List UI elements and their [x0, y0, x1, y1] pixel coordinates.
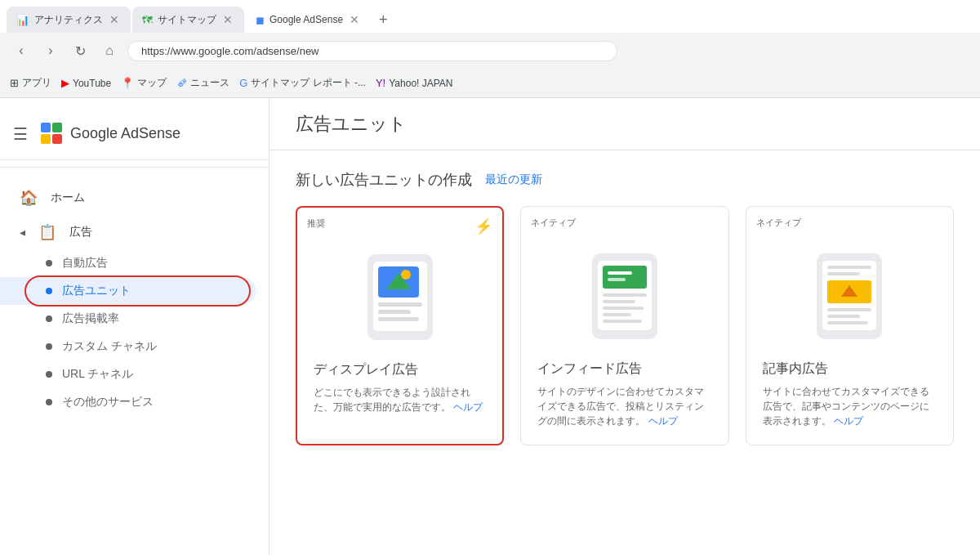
page-title: 広告ユニット — [296, 112, 407, 137]
ad-units-dot — [46, 288, 52, 294]
in-article-help-link[interactable]: ヘルプ — [834, 415, 863, 427]
home-nav-button[interactable]: ⌂ — [98, 39, 121, 62]
app-header: ☰ Google AdSense — [0, 108, 269, 160]
url-channels-dot — [46, 371, 52, 378]
ad-units-label: 広告ユニット — [62, 284, 131, 298]
tab-analytics[interactable]: 📊 アナリティクス ✕ — [7, 7, 131, 33]
in-article-card-name: 記事内広告 — [763, 360, 937, 378]
sidebar-item-auto-ads[interactable]: 自動広告 — [0, 249, 256, 277]
svg-rect-16 — [608, 278, 626, 281]
analytics-tab-close[interactable]: ✕ — [108, 11, 121, 28]
other-services-dot — [46, 399, 52, 405]
infeed-card-desc: サイトのデザインに合わせてカスタマイズできる広告で、投稿とリスティングの間に表示… — [537, 384, 711, 428]
in-article-card-type: ネイティブ — [756, 217, 801, 229]
ad-cards-container: 推奨 ⚡ — [296, 206, 954, 445]
sidebar-item-ad-rate[interactable]: 広告掲載率 — [0, 305, 256, 333]
custom-channels-label: カスタム チャネル — [62, 339, 157, 354]
adsense-logo: Google AdSense — [41, 123, 180, 145]
bookmark-yahoo[interactable]: Y! Yahoo! JAPAN — [376, 77, 453, 89]
bookmark-maps[interactable]: 📍 マップ — [121, 76, 167, 90]
svg-rect-19 — [603, 307, 644, 310]
ad-card-infeed[interactable]: ネイティブ — [520, 206, 728, 445]
sidebar: ☰ Google AdSense 🏠 ホーム ◂ — [0, 98, 270, 555]
news-label: ニュース — [190, 76, 229, 90]
google-icon: G — [239, 77, 247, 89]
apps-label: アプリ — [22, 76, 51, 90]
sitemap-tab-close[interactable]: ✕ — [221, 11, 234, 28]
ad-rate-dot — [46, 316, 52, 322]
yahoo-icon: Y! — [376, 77, 385, 89]
sidebar-item-url-channels[interactable]: URL チャネル — [0, 360, 256, 388]
reload-button[interactable]: ↻ — [69, 39, 91, 62]
sidebar-item-custom-channels[interactable]: カスタム チャネル — [0, 333, 256, 360]
app-container: ☰ Google AdSense 🏠 ホーム ◂ — [0, 98, 980, 555]
apps-icon: ⊞ — [10, 77, 19, 89]
adsense-tab-close[interactable]: ✕ — [348, 11, 361, 28]
auto-ads-label: 自動広告 — [62, 256, 108, 271]
main-content: 新しい広告ユニットの作成 最近の更新 推奨 ⚡ — [270, 150, 980, 465]
section-title: 新しい広告ユニットの作成 — [296, 170, 472, 190]
sidebar-item-home[interactable]: 🏠 ホーム — [0, 181, 256, 215]
news-icon: 🗞 — [176, 77, 187, 89]
ad-card-display[interactable]: 推奨 ⚡ — [296, 206, 504, 445]
svg-rect-24 — [827, 266, 871, 269]
back-button[interactable]: ‹ — [10, 39, 33, 62]
tab-bar: 📊 アナリティクス ✕ 🗺 サイトマップ ✕ ◼ Google AdSense … — [0, 0, 980, 33]
sidebar-section-ads[interactable]: ◂ 📋 広告 — [0, 215, 269, 249]
bookmark-news[interactable]: 🗞 ニュース — [176, 76, 229, 90]
hamburger-menu-icon[interactable]: ☰ — [13, 124, 28, 144]
bookmark-sitemap-report[interactable]: G サイトマップ レポート -... — [239, 76, 366, 90]
sitemap-tab-icon: 🗺 — [142, 14, 153, 26]
in-article-card-image — [763, 249, 937, 347]
browser-chrome: 📊 アナリティクス ✕ 🗺 サイトマップ ✕ ◼ Google AdSense … — [0, 0, 980, 98]
ad-rate-label: 広告掲載率 — [62, 311, 119, 326]
svg-rect-15 — [608, 271, 632, 275]
svg-rect-9 — [378, 302, 422, 307]
bookmark-apps[interactable]: ⊞ アプリ — [10, 76, 51, 90]
new-tab-button[interactable]: + — [372, 8, 394, 32]
auto-ads-dot — [46, 260, 52, 266]
sidebar-item-ad-units[interactable]: 広告ユニット — [0, 277, 256, 305]
tab-sitemap[interactable]: 🗺 サイトマップ ✕ — [132, 7, 244, 33]
svg-rect-10 — [378, 310, 411, 314]
youtube-icon: ▶ — [61, 77, 69, 89]
svg-rect-25 — [827, 272, 860, 275]
svg-rect-0 — [41, 123, 51, 132]
display-help-link[interactable]: ヘルプ — [453, 401, 483, 413]
lightning-icon: ⚡ — [474, 217, 492, 235]
forward-button[interactable]: › — [39, 39, 62, 62]
bookmark-youtube[interactable]: ▶ YouTube — [61, 77, 111, 89]
home-icon: 🏠 — [20, 189, 38, 207]
address-input[interactable] — [127, 41, 617, 61]
ads-sub-items: 自動広告 広告ユニット 広告掲載率 カスタム チャネル URL チャネル — [0, 249, 269, 416]
recent-update-link[interactable]: 最近の更新 — [485, 172, 542, 187]
analytics-tab-icon: 📊 — [16, 14, 29, 26]
adsense-logo-icon — [41, 123, 64, 145]
display-card-badge: 推奨 — [307, 217, 325, 230]
tab-adsense[interactable]: ◼ Google AdSense ✕ — [246, 7, 371, 33]
infeed-card-image — [537, 249, 711, 347]
display-card-name: ディスプレイ広告 — [314, 361, 486, 378]
sidebar-item-other-services[interactable]: その他のサービス — [0, 388, 256, 416]
svg-rect-2 — [41, 134, 51, 144]
display-card-desc: どこにでも表示できるよう設計された、万能で実用的な広告です。 ヘルプ — [314, 385, 486, 414]
svg-rect-1 — [52, 123, 62, 132]
section-title-row: 新しい広告ユニットの作成 最近の更新 — [296, 170, 954, 190]
adsense-tab-label: Google AdSense — [270, 14, 343, 25]
ad-card-in-article[interactable]: ネイティブ — [746, 206, 954, 445]
analytics-tab-label: アナリティクス — [34, 13, 103, 27]
svg-point-8 — [401, 270, 411, 280]
svg-rect-21 — [603, 320, 642, 323]
in-article-ad-illustration — [804, 249, 894, 347]
sitemap-tab-label: サイトマップ — [158, 13, 216, 27]
maps-label: マップ — [137, 76, 167, 90]
infeed-help-link[interactable]: ヘルプ — [648, 415, 678, 427]
infeed-ad-illustration — [580, 249, 670, 347]
adsense-tab-icon: ◼ — [256, 14, 265, 26]
url-channels-label: URL チャネル — [62, 367, 133, 382]
svg-rect-14 — [603, 266, 647, 289]
svg-rect-29 — [827, 315, 860, 318]
bookmarks-bar: ⊞ アプリ ▶ YouTube 📍 マップ 🗞 ニュース G サイトマップ レポ… — [0, 69, 980, 98]
yahoo-label: Yahoo! JAPAN — [389, 78, 452, 89]
sitemap-report-label: サイトマップ レポート -... — [251, 76, 366, 90]
